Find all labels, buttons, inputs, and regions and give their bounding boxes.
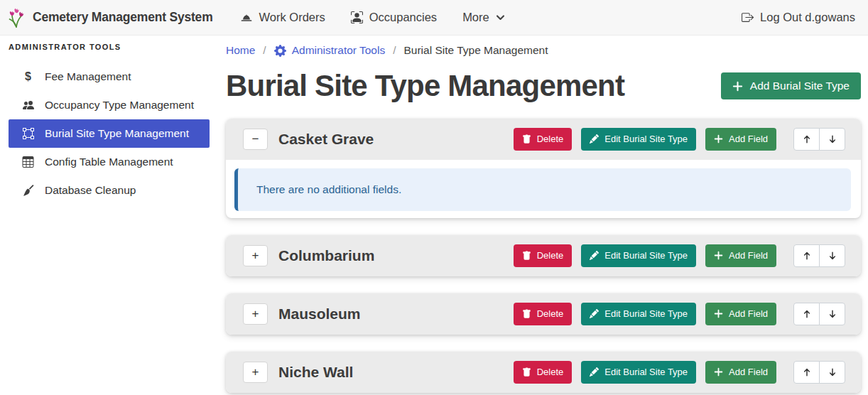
edit-burial-site-type-button[interactable]: Edit Burial Site Type — [581, 303, 696, 325]
nav-links: Work Orders Occupancies More — [240, 11, 505, 24]
move-down-button[interactable] — [819, 244, 845, 267]
panel-casket-grave: − Casket Grave Delete — [226, 119, 861, 218]
breadcrumb: Home / Administrator Tools / Burial Site… — [226, 44, 861, 57]
plus-icon — [732, 81, 743, 92]
breadcrumb-separator: / — [393, 44, 396, 57]
edit-burial-site-type-button[interactable]: Edit Burial Site Type — [581, 361, 696, 384]
plus-icon — [714, 134, 723, 144]
people-icon — [21, 99, 35, 111]
trash-icon — [522, 367, 531, 377]
hard-hat-icon — [240, 12, 253, 23]
panel-columbarium: + Columbarium Delete — [226, 235, 861, 276]
brand-link[interactable]: Cemetery Management System — [7, 7, 213, 28]
panel-mausoleum: + Mausoleum Delete — [226, 293, 861, 335]
breadcrumb-separator: / — [263, 44, 266, 57]
trash-icon — [522, 251, 531, 261]
pencil-icon — [590, 134, 599, 144]
sidebar-item-occupancy-type[interactable]: Occupancy Type Management — [0, 91, 220, 119]
move-down-button[interactable] — [819, 361, 845, 384]
panel-actions: Delete Edit Burial Site Type — [514, 361, 845, 384]
panel-body: There are no additional fields. — [226, 160, 861, 218]
expand-toggle-button[interactable]: + — [243, 303, 268, 325]
plus-icon — [714, 251, 723, 260]
burial-site-type-list: − Casket Grave Delete — [226, 119, 861, 393]
reorder-buttons — [793, 303, 845, 325]
sidebar-item-label: Config Table Management — [45, 156, 173, 168]
move-up-button[interactable] — [793, 128, 820, 151]
panel-title: Mausoleum — [278, 305, 361, 323]
sidebar-item-label: Occupancy Type Management — [45, 99, 194, 112]
nav-item-more[interactable]: More — [462, 11, 505, 24]
brand-title: Cemetery Management System — [33, 10, 213, 25]
panel-niche-wall: + Niche Wall Delete — [226, 352, 861, 393]
nav-item-occupancies[interactable]: Occupancies — [351, 11, 437, 24]
logout-label: Log Out d.gowans — [760, 11, 855, 24]
sidebar-item-label: Burial Site Type Management — [45, 127, 189, 140]
add-field-button[interactable]: Add Field — [705, 244, 776, 267]
arrow-up-icon — [802, 134, 812, 144]
dollar-icon: $ — [21, 71, 35, 82]
person-bounding-box-icon — [351, 11, 363, 23]
delete-button[interactable]: Delete — [514, 303, 573, 325]
broom-icon — [21, 185, 35, 196]
panel-title: Niche Wall — [278, 364, 353, 381]
add-field-button[interactable]: Add Field — [705, 303, 776, 325]
tulip-logo-icon — [7, 7, 26, 28]
logout-button[interactable]: Log Out d.gowans — [742, 11, 855, 24]
trash-icon — [522, 309, 531, 319]
expand-toggle-button[interactable]: + — [243, 245, 268, 266]
panel-header: + Columbarium Delete — [226, 235, 861, 276]
reorder-buttons — [793, 244, 845, 267]
delete-button[interactable]: Delete — [514, 244, 573, 267]
logout-icon — [742, 11, 754, 23]
pencil-icon — [590, 367, 599, 377]
add-field-button[interactable]: Add Field — [705, 361, 776, 384]
edit-burial-site-type-button[interactable]: Edit Burial Site Type — [581, 128, 696, 151]
panel-header: − Casket Grave Delete — [226, 119, 861, 160]
delete-button[interactable]: Delete — [514, 128, 573, 151]
breadcrumb-admin-tools-link[interactable]: Administrator Tools — [274, 44, 386, 57]
panel-title: Columbarium — [278, 247, 374, 264]
no-fields-alert: There are no additional fields. — [234, 168, 851, 211]
delete-button[interactable]: Delete — [514, 361, 573, 384]
edit-burial-site-type-button[interactable]: Edit Burial Site Type — [581, 244, 696, 267]
sidebar-section-header: ADMINISTRATOR TOOLS — [0, 43, 220, 51]
sidebar-item-database-cleanup[interactable]: Database Cleanup — [0, 176, 220, 205]
arrow-up-icon — [802, 309, 812, 319]
expand-toggle-button[interactable]: + — [243, 362, 268, 383]
sidebar-item-fee-management[interactable]: $ Fee Management — [0, 63, 220, 91]
panel-header: + Niche Wall Delete — [226, 352, 861, 393]
sidebar-item-burial-site-type[interactable]: Burial Site Type Management — [9, 119, 210, 148]
pencil-icon — [590, 309, 599, 318]
panel-actions: Delete Edit Burial Site Type — [514, 244, 845, 267]
panel-title: Casket Grave — [278, 131, 374, 148]
move-up-button[interactable] — [793, 244, 820, 267]
pencil-icon — [590, 251, 599, 260]
add-field-button[interactable]: Add Field — [705, 128, 776, 151]
arrow-down-icon — [828, 251, 837, 261]
breadcrumb-home-link[interactable]: Home — [226, 44, 255, 57]
nav-item-label: More — [462, 11, 489, 24]
bounding-box-icon — [21, 128, 35, 139]
move-down-button[interactable] — [819, 128, 845, 151]
sidebar: ADMINISTRATOR TOOLS $ Fee Management Occ… — [0, 36, 220, 395]
move-up-button[interactable] — [793, 303, 820, 325]
plus-icon — [714, 367, 723, 377]
sidebar-item-label: Database Cleanup — [45, 184, 136, 197]
reorder-buttons — [793, 128, 845, 151]
panel-actions: Delete Edit Burial Site Type — [514, 128, 845, 151]
reorder-buttons — [793, 361, 845, 384]
app-window: Cemetery Management System Work Orders O… — [0, 0, 868, 395]
arrow-up-icon — [802, 251, 812, 261]
arrow-down-icon — [828, 134, 837, 144]
move-down-button[interactable] — [819, 303, 845, 325]
nav-item-label: Occupancies — [369, 11, 437, 24]
move-up-button[interactable] — [793, 361, 820, 384]
add-burial-site-type-button[interactable]: Add Burial Site Type — [721, 72, 861, 99]
sidebar-item-config-table[interactable]: Config Table Management — [0, 148, 220, 176]
nav-item-work-orders[interactable]: Work Orders — [240, 11, 325, 24]
collapse-toggle-button[interactable]: − — [243, 129, 268, 150]
arrow-down-icon — [828, 309, 837, 319]
arrow-up-icon — [802, 367, 812, 377]
main-content: Home / Administrator Tools / Burial Site… — [220, 36, 868, 395]
